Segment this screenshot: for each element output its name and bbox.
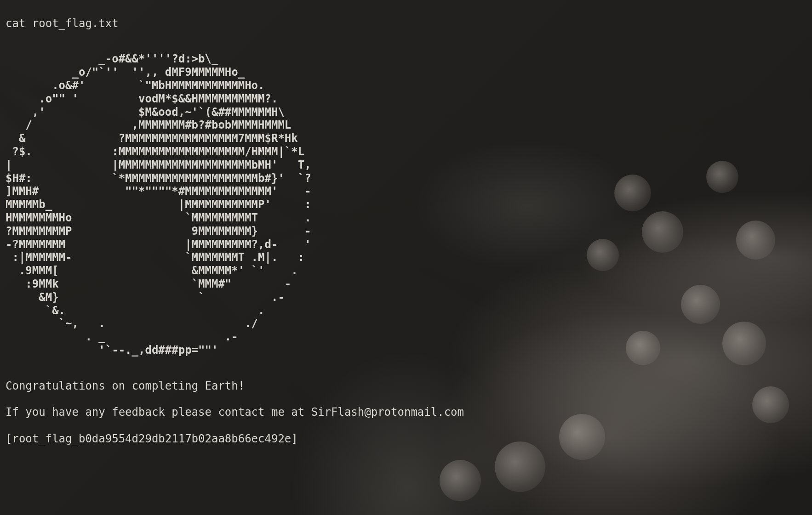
congratulations-text: Congratulations on completing Earth! [6,379,806,393]
feedback-text: If you have any feedback please contact … [6,406,806,419]
terminal-output[interactable]: cat root_flag.txt _-o#&&*''''?d:>b\_ _o/… [0,0,812,462]
flag-text: [root_flag_b0da9554d29db2117b02aa8b66ec4… [6,432,806,446]
command-line: cat root_flag.txt [6,17,806,30]
ascii-art-earth: _-o#&&*''''?d:>b\_ _o/"`'' '',, dMF9MMMM… [6,52,806,357]
background-flower [440,460,481,501]
